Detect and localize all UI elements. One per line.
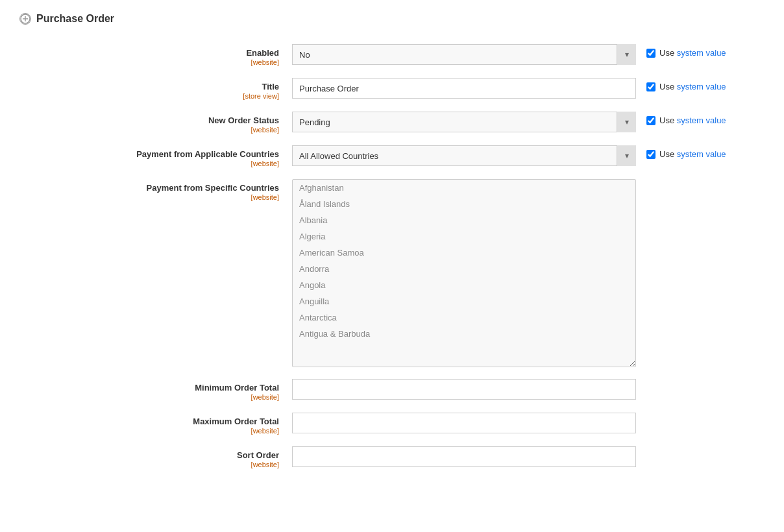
title-use-system: Use system value: [646, 78, 726, 91]
enabled-select-wrapper: No Yes: [292, 44, 636, 65]
title-control-cell: Use system value: [292, 78, 765, 99]
specific-countries-scope: [website]: [19, 193, 279, 201]
specific-countries-label-cell: Payment from Specific Countries [website…: [19, 179, 292, 201]
enabled-use-system: Use system value: [646, 44, 726, 58]
maximum-order-total-label: Maximum Order Total: [19, 417, 279, 426]
specific-countries-multiselect[interactable]: Afghanistan Åland Islands Albania Algeri…: [292, 179, 636, 367]
maximum-order-total-input[interactable]: [292, 413, 636, 433]
enabled-control-cell: No Yes Use system value: [292, 44, 765, 65]
country-option-algeria[interactable]: Algeria: [293, 228, 635, 245]
enabled-use-system-label: Use system value: [659, 48, 726, 58]
title-input-wrapper: [292, 78, 636, 99]
title-input[interactable]: [292, 78, 636, 99]
enabled-label: Enabled: [19, 48, 279, 58]
sort-order-input[interactable]: [292, 446, 636, 467]
country-option-antigua[interactable]: Antigua & Barbuda: [293, 326, 635, 342]
enabled-input-wrapper: No Yes: [292, 44, 636, 65]
section-title: Purchase Order: [36, 13, 114, 25]
enabled-scope: [website]: [19, 58, 279, 66]
sort-order-row: Sort Order [website]: [19, 446, 765, 468]
minimum-order-total-input-wrapper: [292, 379, 636, 400]
new-order-status-input-wrapper: Pending Processing: [292, 112, 636, 132]
new-order-status-use-system-checkbox[interactable]: [646, 116, 655, 125]
sort-order-input-wrapper: [292, 446, 636, 467]
country-option-andorra[interactable]: Andorra: [293, 261, 635, 277]
minimum-order-total-label: Minimum Order Total: [19, 383, 279, 393]
new-order-status-scope: [website]: [19, 126, 279, 134]
maximum-order-total-scope: [website]: [19, 427, 279, 435]
applicable-countries-input-wrapper: All Allowed Countries Specific Countries: [292, 145, 636, 166]
country-option-albania[interactable]: Albania: [293, 212, 635, 228]
minimum-order-total-control-cell: [292, 379, 765, 400]
enabled-use-system-checkbox[interactable]: [646, 49, 655, 58]
specific-countries-input-wrapper: Afghanistan Åland Islands Albania Algeri…: [292, 179, 636, 367]
new-order-status-label-cell: New Order Status [website]: [19, 112, 292, 134]
specific-countries-control-cell: Afghanistan Åland Islands Albania Algeri…: [292, 179, 765, 367]
section-header[interactable]: Purchase Order: [19, 13, 765, 25]
applicable-countries-label-cell: Payment from Applicable Countries [websi…: [19, 145, 292, 167]
applicable-countries-control-cell: All Allowed Countries Specific Countries…: [292, 145, 765, 166]
specific-countries-label: Payment from Specific Countries: [19, 183, 279, 193]
maximum-order-total-control-cell: [292, 413, 765, 433]
title-use-system-label: Use system value: [659, 82, 726, 91]
collapse-icon[interactable]: [19, 13, 31, 25]
minimum-order-total-scope: [website]: [19, 393, 279, 401]
enabled-label-cell: Enabled [website]: [19, 44, 292, 66]
enabled-select[interactable]: No Yes: [292, 44, 636, 65]
applicable-countries-scope: [website]: [19, 160, 279, 167]
minimum-order-total-row: Minimum Order Total [website]: [19, 379, 765, 401]
applicable-countries-use-system: Use system value: [646, 145, 726, 159]
country-option-antarctica[interactable]: Antarctica: [293, 309, 635, 326]
applicable-countries-label: Payment from Applicable Countries: [19, 149, 279, 159]
maximum-order-total-row: Maximum Order Total [website]: [19, 413, 765, 435]
minimum-order-total-label-cell: Minimum Order Total [website]: [19, 379, 292, 401]
maximum-order-total-label-cell: Maximum Order Total [website]: [19, 413, 292, 435]
country-option-afghanistan[interactable]: Afghanistan: [293, 180, 635, 196]
country-option-anguilla[interactable]: Anguilla: [293, 293, 635, 309]
new-order-status-select-wrapper: Pending Processing: [292, 112, 636, 132]
title-label: Title: [19, 82, 279, 91]
country-option-angola[interactable]: Angola: [293, 277, 635, 293]
sort-order-scope: [website]: [19, 461, 279, 468]
new-order-status-label: New Order Status: [19, 115, 279, 125]
minimum-order-total-input[interactable]: [292, 379, 636, 400]
new-order-status-use-system: Use system value: [646, 112, 726, 125]
title-label-cell: Title [store view]: [19, 78, 292, 100]
country-option-aland[interactable]: Åland Islands: [293, 196, 635, 212]
page-container: Purchase Order Enabled [website] No Yes …: [0, 0, 784, 493]
sort-order-control-cell: [292, 446, 765, 467]
applicable-countries-use-system-label: Use system value: [659, 149, 726, 159]
title-scope: [store view]: [19, 92, 279, 100]
sort-order-label-cell: Sort Order [website]: [19, 446, 292, 468]
applicable-countries-use-system-checkbox[interactable]: [646, 150, 655, 159]
enabled-row: Enabled [website] No Yes Use system valu…: [19, 44, 765, 66]
new-order-status-control-cell: Pending Processing Use system value: [292, 112, 765, 132]
specific-countries-row: Payment from Specific Countries [website…: [19, 179, 765, 367]
applicable-countries-row: Payment from Applicable Countries [websi…: [19, 145, 765, 167]
new-order-status-row: New Order Status [website] Pending Proce…: [19, 112, 765, 134]
title-row: Title [store view] Use system value: [19, 78, 765, 100]
new-order-status-use-system-label: Use system value: [659, 115, 726, 125]
title-use-system-checkbox[interactable]: [646, 82, 655, 91]
new-order-status-select[interactable]: Pending Processing: [292, 112, 636, 132]
applicable-countries-select[interactable]: All Allowed Countries Specific Countries: [292, 145, 636, 166]
applicable-countries-select-wrapper: All Allowed Countries Specific Countries: [292, 145, 636, 166]
sort-order-label: Sort Order: [19, 450, 279, 460]
country-option-american-samoa[interactable]: American Samoa: [293, 245, 635, 261]
maximum-order-total-input-wrapper: [292, 413, 636, 433]
